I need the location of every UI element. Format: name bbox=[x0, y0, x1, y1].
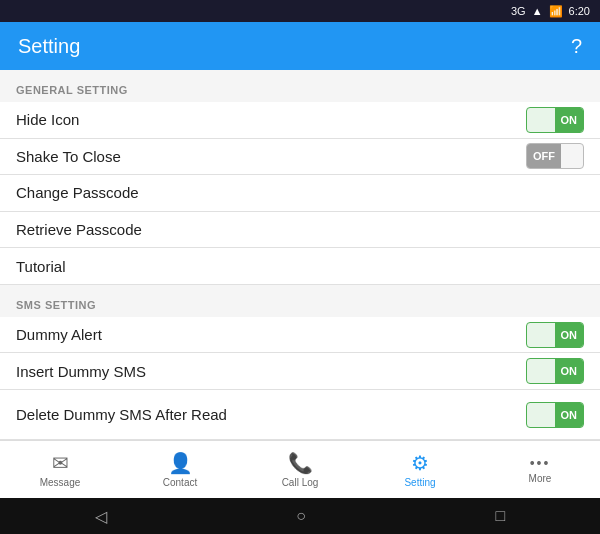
change-passcode-label: Change Passcode bbox=[16, 184, 139, 201]
help-button[interactable]: ? bbox=[571, 35, 582, 58]
back-button[interactable]: ◁ bbox=[75, 503, 127, 530]
contact-nav-label: Contact bbox=[163, 477, 197, 488]
shake-to-close-toggle-label: OFF bbox=[527, 144, 561, 168]
shake-to-close-toggle[interactable]: OFF bbox=[526, 143, 584, 169]
clock: 6:20 bbox=[569, 5, 590, 17]
android-nav: ◁ ○ □ bbox=[0, 498, 600, 534]
retrieve-passcode-label: Retrieve Passcode bbox=[16, 221, 142, 238]
status-bar: 3G ▲ 📶 6:20 bbox=[0, 0, 600, 22]
tutorial-label: Tutorial bbox=[16, 258, 65, 275]
nav-message[interactable]: ✉ Message bbox=[0, 447, 120, 492]
nav-more[interactable]: ••• More bbox=[480, 451, 600, 488]
message-nav-label: Message bbox=[40, 477, 81, 488]
delete-dummy-sms-label: Delete Dummy SMS After Read bbox=[16, 405, 227, 425]
signal-icon: 3G bbox=[511, 5, 526, 17]
hide-icon-label: Hide Icon bbox=[16, 111, 79, 128]
insert-dummy-sms-label: Insert Dummy SMS bbox=[16, 363, 146, 380]
content-area: GENERAL SETTING Hide Icon ON Shake To Cl… bbox=[0, 70, 600, 440]
setting-nav-label: Setting bbox=[404, 477, 435, 488]
insert-dummy-sms-toggle-label: ON bbox=[555, 359, 584, 383]
delete-dummy-sms-toggle-label: ON bbox=[555, 403, 584, 427]
shake-to-close-label: Shake To Close bbox=[16, 148, 121, 165]
bottom-nav: ✉ Message 👤 Contact 📞 Call Log ⚙ Setting… bbox=[0, 440, 600, 498]
call-log-nav-label: Call Log bbox=[282, 477, 319, 488]
call-log-nav-icon: 📞 bbox=[288, 451, 313, 475]
hide-icon-toggle-label: ON bbox=[555, 108, 584, 132]
more-nav-label: More bbox=[529, 473, 552, 484]
dummy-alert-toggle-label: ON bbox=[555, 323, 584, 347]
more-nav-icon: ••• bbox=[530, 455, 551, 471]
insert-dummy-sms-row[interactable]: Insert Dummy SMS ON bbox=[0, 353, 600, 390]
setting-nav-icon: ⚙ bbox=[411, 451, 429, 475]
change-passcode-row[interactable]: Change Passcode bbox=[0, 175, 600, 212]
insert-dummy-sms-toggle[interactable]: ON bbox=[526, 358, 584, 384]
nav-call-log[interactable]: 📞 Call Log bbox=[240, 447, 360, 492]
app-header: Setting ? bbox=[0, 22, 600, 70]
delete-dummy-sms-toggle[interactable]: ON bbox=[526, 402, 584, 428]
hide-icon-toggle[interactable]: ON bbox=[526, 107, 584, 133]
nav-setting[interactable]: ⚙ Setting bbox=[360, 447, 480, 492]
nav-contact[interactable]: 👤 Contact bbox=[120, 447, 240, 492]
wifi-icon: 📶 bbox=[549, 5, 563, 18]
general-section-header: GENERAL SETTING bbox=[0, 70, 600, 102]
sms-section-header: SMS SETTING bbox=[0, 285, 600, 317]
message-nav-icon: ✉ bbox=[52, 451, 69, 475]
sms-section-title: SMS SETTING bbox=[16, 299, 96, 311]
recents-button[interactable]: □ bbox=[476, 503, 526, 529]
shake-to-close-row[interactable]: Shake To Close OFF bbox=[0, 139, 600, 176]
tutorial-row[interactable]: Tutorial bbox=[0, 248, 600, 285]
general-section-title: GENERAL SETTING bbox=[16, 84, 128, 96]
dummy-alert-label: Dummy Alert bbox=[16, 326, 102, 343]
dummy-alert-row[interactable]: Dummy Alert ON bbox=[0, 317, 600, 354]
contact-nav-icon: 👤 bbox=[168, 451, 193, 475]
delete-dummy-sms-row[interactable]: Delete Dummy SMS After Read ON bbox=[0, 390, 600, 440]
battery-icon: ▲ bbox=[532, 5, 543, 17]
hide-icon-row[interactable]: Hide Icon ON bbox=[0, 102, 600, 139]
home-button[interactable]: ○ bbox=[276, 503, 326, 529]
retrieve-passcode-row[interactable]: Retrieve Passcode bbox=[0, 212, 600, 249]
page-title: Setting bbox=[18, 35, 80, 58]
dummy-alert-toggle[interactable]: ON bbox=[526, 322, 584, 348]
